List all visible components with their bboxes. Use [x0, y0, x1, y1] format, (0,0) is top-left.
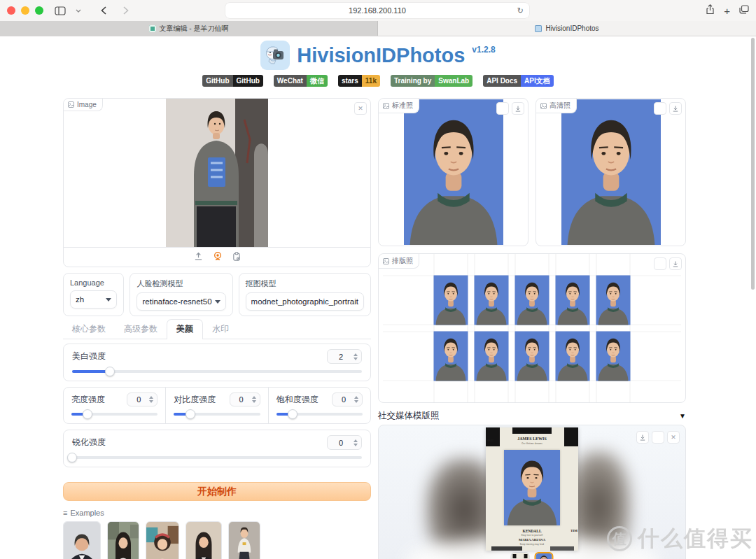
template-partial-text: TIM	[570, 529, 578, 532]
page-content: HivisionIDPhotos v1.2.8 GitHubGitHubWeCh…	[0, 36, 756, 559]
examples-label: ≡ Examples	[63, 509, 371, 517]
close-window-button[interactable]	[7, 6, 15, 15]
download-button[interactable]	[669, 257, 682, 270]
standard-photo-panel: 标准照	[378, 98, 528, 246]
saturation-number-input[interactable]: 0	[332, 392, 363, 406]
layout-grid-photo	[475, 332, 509, 381]
address-bar[interactable]: 192.168.200.110 ↻	[225, 3, 529, 18]
image-icon	[68, 101, 74, 108]
clear-image-button[interactable]: ✕	[354, 102, 367, 115]
sidebar-chevron-down-icon[interactable]	[71, 3, 85, 17]
badge-training-by[interactable]: Training bySwanLab	[391, 75, 472, 87]
browser-tab-article-editor[interactable]: 文章编辑 - 是羊刀仙啊	[0, 21, 378, 36]
webcam-icon[interactable]	[213, 251, 223, 264]
slider-thumb[interactable]	[186, 409, 195, 419]
sharpen-number-input[interactable]: 0	[327, 435, 362, 450]
whitening-number-input[interactable]: 2	[327, 349, 362, 364]
language-setting: Language zh	[63, 273, 124, 316]
stepper-icons[interactable]	[354, 439, 358, 446]
sidebar-icon[interactable]	[53, 3, 67, 17]
new-tab-icon[interactable]: +	[724, 6, 730, 16]
tab-beauty[interactable]: 美颜	[167, 319, 203, 339]
fullscreen-button[interactable]	[496, 102, 509, 115]
hd-photo-panel: 高清照	[536, 98, 686, 246]
stepper-icons[interactable]	[354, 396, 358, 403]
example-photo-1[interactable]	[63, 521, 101, 559]
sharpen-slider[interactable]	[72, 456, 362, 459]
layout-grid-photo	[556, 276, 590, 325]
tab-core-params[interactable]: 核心参数	[63, 320, 115, 339]
back-button[interactable]	[97, 3, 111, 17]
collapse-arrow-icon[interactable]: ▼	[679, 412, 686, 420]
image-toolbar	[64, 247, 370, 267]
contrast-number-input[interactable]: 0	[230, 392, 260, 406]
example-photo-5[interactable]	[228, 521, 260, 559]
example-photo-3[interactable]	[146, 521, 179, 559]
browser-tab-hivision[interactable]: HivisionIDPhotos	[378, 21, 756, 36]
share-icon[interactable]	[706, 4, 715, 17]
language-dropdown[interactable]: zh	[70, 290, 117, 309]
minimize-window-button[interactable]	[21, 6, 29, 15]
app-logo	[260, 41, 290, 70]
upload-icon[interactable]	[194, 251, 203, 264]
forward-button[interactable]	[119, 3, 133, 17]
layout-grid-photo	[515, 276, 550, 325]
slider-thumb[interactable]	[288, 409, 298, 419]
contrast-slider-group: 对比度强度 0	[165, 388, 267, 423]
tab-favicon	[149, 25, 156, 32]
download-icon	[514, 105, 522, 113]
brightness-slider[interactable]	[71, 413, 158, 416]
contrast-slider[interactable]	[174, 413, 260, 416]
face-model-dropdown[interactable]: retinaface-resnet50	[136, 292, 225, 311]
badge-wechat[interactable]: WeChat微信	[274, 75, 328, 87]
slider-thumb[interactable]	[83, 409, 92, 419]
badge-github[interactable]: GitHubGitHub	[202, 75, 263, 87]
stepper-icons[interactable]	[252, 396, 256, 403]
gallery-thumbnail-1[interactable]	[511, 552, 530, 559]
example-photo-4[interactable]	[186, 521, 222, 559]
social-template-label: 社交媒体模版照	[378, 410, 440, 422]
download-button[interactable]	[669, 102, 682, 115]
hd-photo	[561, 99, 661, 245]
download-button[interactable]	[636, 431, 649, 444]
template-id-photo	[504, 450, 560, 525]
download-icon	[639, 434, 646, 441]
fullscreen-button[interactable]	[652, 431, 664, 444]
tab-watermark[interactable]: 水印	[203, 320, 238, 339]
template-sub-kendall: Stay true to yourself	[486, 534, 578, 537]
badge-api-docs[interactable]: API DocsAPI文档	[483, 75, 554, 87]
browser-tab-bar: 文章编辑 - 是羊刀仙啊 HivisionIDPhotos	[0, 21, 756, 36]
stepper-icons[interactable]	[354, 353, 358, 360]
generate-button[interactable]: 开始制作	[63, 482, 371, 501]
page-scrollbar[interactable]	[751, 38, 755, 290]
social-template-preview[interactable]: SKE JAMES LEWIS Our lifetime dreams KEND…	[486, 427, 578, 551]
download-button[interactable]	[512, 102, 524, 115]
tab-overview-icon[interactable]	[739, 4, 749, 17]
url-text: 192.168.200.110	[349, 6, 406, 15]
examples-row	[63, 521, 371, 559]
paste-icon[interactable]	[232, 251, 241, 264]
brightness-number-input[interactable]: 0	[127, 392, 158, 406]
saturation-slider[interactable]	[276, 413, 363, 416]
example-photo-2[interactable]	[107, 521, 139, 559]
matting-model-setting: 抠图模型 modnet_photographic_portrait	[239, 273, 371, 316]
standard-photo	[404, 99, 503, 245]
fullscreen-button[interactable]	[654, 102, 666, 115]
output-column: 标准照	[378, 98, 686, 559]
layout-grid-photo	[434, 276, 468, 325]
whitening-slider[interactable]	[72, 370, 362, 373]
fullscreen-button[interactable]	[654, 257, 666, 270]
zoom-window-button[interactable]	[35, 6, 43, 15]
template-sub-top: Our lifetime dreams	[486, 442, 578, 445]
badge-stars[interactable]: stars11k	[338, 75, 380, 87]
reload-icon[interactable]: ↻	[517, 6, 524, 15]
layout-grid-photo	[596, 276, 631, 325]
examples-list-icon: ≡	[63, 509, 67, 517]
stepper-icons[interactable]	[149, 396, 153, 403]
slider-thumb[interactable]	[105, 367, 115, 376]
gallery-thumbnail-2-selected[interactable]	[535, 552, 554, 559]
close-preview-button[interactable]: ✕	[667, 431, 680, 444]
slider-thumb[interactable]	[67, 453, 77, 462]
matting-model-dropdown[interactable]: modnet_photographic_portrait	[246, 292, 364, 311]
tab-advanced-params[interactable]: 高级参数	[115, 320, 167, 339]
